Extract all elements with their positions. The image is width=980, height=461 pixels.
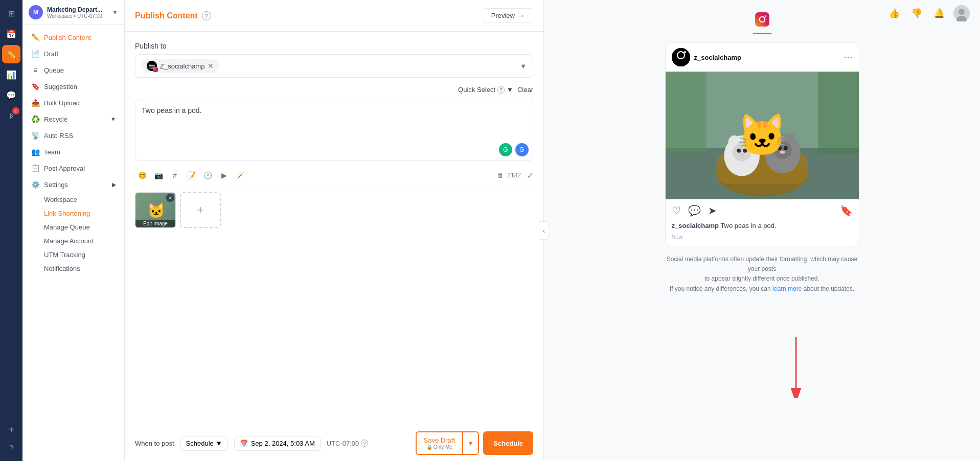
ig-post-time: Now bbox=[666, 234, 859, 246]
recycle-icon: ♻️ bbox=[31, 115, 40, 123]
thumbs-down-icon[interactable]: 👎 bbox=[908, 5, 925, 21]
svg-point-18 bbox=[733, 143, 751, 162]
sidebar-item-team[interactable]: 👥 Team bbox=[22, 144, 124, 160]
image-button[interactable]: 📷 bbox=[151, 168, 166, 182]
sidebar-item-publish-content-label: Publish Content bbox=[44, 34, 91, 41]
sidebar-item-publish-content[interactable]: ✏️ Publish Content bbox=[22, 29, 124, 45]
sidebar-sub-notifications[interactable]: Notifications bbox=[22, 262, 124, 275]
icon-bar-publish[interactable]: ✏️ bbox=[2, 45, 20, 63]
date-picker-button[interactable]: 📅 Sep 2, 2024, 5:03 AM bbox=[234, 436, 321, 451]
timezone-badge[interactable]: UTC-07:00 ? bbox=[327, 440, 369, 447]
sidebar-sub-utm-tracking[interactable]: UTM Tracking bbox=[22, 248, 124, 262]
magic-button[interactable]: 🪄 bbox=[233, 168, 247, 182]
ig-username: z_socialchamp bbox=[694, 54, 742, 61]
preview-panel: z_socialchamp ⋯ bbox=[544, 0, 980, 461]
account-chip: 📷 Z_socialchamp ✕ bbox=[142, 59, 219, 73]
sidebar-item-suggestion[interactable]: 🔖 Suggestion bbox=[22, 78, 124, 95]
edit-image-label[interactable]: Edit Image bbox=[135, 220, 175, 227]
ig-bookmark-icon[interactable]: 🔖 bbox=[840, 204, 853, 217]
char-count: 🗑 2182 bbox=[497, 172, 521, 179]
account-selector[interactable]: 📷 Z_socialchamp ✕ ▼ bbox=[135, 54, 533, 78]
sidebar-sub-link-shortening[interactable]: Link Shortening bbox=[22, 206, 124, 220]
text-editor[interactable]: Two peas in a pod. G G bbox=[135, 100, 533, 161]
ai-icon-blue[interactable]: G bbox=[515, 143, 529, 156]
ig-comment-icon[interactable]: 💬 bbox=[688, 204, 701, 217]
schedule-chevron-icon: ▼ bbox=[216, 440, 222, 447]
sidebar-item-queue[interactable]: ≡ Queue bbox=[22, 62, 124, 78]
hashtag-button[interactable]: # bbox=[168, 168, 182, 182]
sidebar-item-recycle[interactable]: ♻️ Recycle ▼ bbox=[22, 111, 124, 127]
form-title-text: Publish Content bbox=[135, 11, 198, 20]
ig-caption-post-text: Two peas in a pod. bbox=[720, 222, 776, 229]
media-button[interactable]: ▶ bbox=[217, 168, 231, 182]
account-chip-close-icon[interactable]: ✕ bbox=[208, 62, 214, 70]
user-avatar[interactable] bbox=[953, 5, 970, 21]
tab-instagram[interactable] bbox=[753, 8, 771, 34]
save-draft-button[interactable]: Save Draft 🔒 Only Me bbox=[416, 431, 463, 455]
icon-bar-calendar[interactable]: 📅 bbox=[2, 25, 20, 43]
icon-bar-add[interactable]: + bbox=[2, 420, 20, 439]
timezone-help-icon: ? bbox=[361, 440, 368, 447]
collapse-panel-button[interactable]: ‹ bbox=[539, 221, 549, 240]
ig-share-icon[interactable]: ➤ bbox=[708, 204, 717, 217]
ai-icon-green[interactable]: G bbox=[499, 143, 512, 156]
svg-point-28 bbox=[780, 151, 785, 154]
learn-more-link[interactable]: learn more bbox=[772, 285, 802, 292]
svg-point-17 bbox=[743, 135, 756, 151]
clock-button[interactable]: 🕐 bbox=[200, 168, 215, 182]
workspace-header[interactable]: M Marketing Depart... Workspace • UTC-07… bbox=[22, 0, 124, 25]
notice-text-2: to appear slightly different once publis… bbox=[665, 274, 859, 284]
preview-button[interactable]: Preview → bbox=[483, 8, 533, 23]
thumbs-up-icon[interactable]: 👍 bbox=[886, 5, 902, 21]
notification-bell-icon[interactable]: 🔔 bbox=[931, 5, 947, 21]
quick-select-button[interactable]: Quick Select ? ▼ bbox=[458, 86, 513, 94]
schedule-select[interactable]: Schedule ▼ bbox=[180, 436, 228, 451]
when-to-post-label: When to post bbox=[135, 440, 174, 447]
sidebar-item-settings[interactable]: ⚙️ Settings ▶ bbox=[22, 176, 124, 193]
workspace-chevron-down-icon: ▼ bbox=[112, 9, 118, 16]
icon-bar-help[interactable]: ? bbox=[2, 439, 20, 457]
add-media-button[interactable]: + bbox=[180, 192, 221, 228]
ig-post-image bbox=[666, 72, 859, 199]
form-header: Publish Content ? Preview → bbox=[125, 0, 543, 32]
sidebar-item-draft[interactable]: 📄 Draft bbox=[22, 45, 124, 62]
account-selector-chevron-icon: ▼ bbox=[520, 62, 527, 70]
ig-avatar bbox=[672, 48, 690, 66]
lock-icon: 🔒 bbox=[426, 444, 432, 450]
main-area: 👍 👎 🔔 Publish Content ? Preview → bbox=[125, 0, 980, 461]
emoji-button[interactable]: 😊 bbox=[135, 168, 149, 182]
char-count-value: 2182 bbox=[507, 172, 521, 179]
schedule-button[interactable]: Schedule bbox=[483, 431, 533, 455]
sidebar-item-bulk-upload-label: Bulk Upload bbox=[44, 99, 80, 107]
media-remove-icon[interactable]: ✕ bbox=[166, 194, 174, 202]
svg-point-10 bbox=[684, 51, 686, 53]
bulk-upload-icon: 📤 bbox=[31, 99, 40, 107]
icon-bar-analytics[interactable]: 📊 bbox=[2, 65, 20, 84]
media-thumbnail: 🐱 ✕ Edit Image bbox=[135, 192, 176, 228]
trash-icon[interactable]: 🗑 bbox=[497, 172, 504, 179]
date-value: Sep 2, 2024, 5:03 AM bbox=[251, 440, 315, 447]
top-right-actions: 👍 👎 🔔 bbox=[886, 5, 970, 21]
ig-heart-icon[interactable]: ♡ bbox=[672, 204, 681, 217]
icon-bar-home[interactable]: ⊞ bbox=[2, 4, 20, 22]
bottom-bar: When to post Schedule ▼ 📅 Sep 2, 2024, 5… bbox=[125, 425, 543, 461]
sidebar-sub-manage-queue[interactable]: Manage Queue bbox=[22, 220, 124, 234]
sidebar-item-bulk-upload[interactable]: 📤 Bulk Upload bbox=[22, 95, 124, 111]
expand-icon[interactable]: ⤢ bbox=[527, 171, 533, 179]
ig-more-icon[interactable]: ⋯ bbox=[844, 52, 853, 63]
post-text-content: Two peas in a pod. bbox=[142, 106, 527, 114]
form-body: Publish to 📷 Z_socialchamp ✕ ▼ bbox=[125, 32, 543, 425]
icon-bar-beta[interactable]: β ! bbox=[2, 106, 20, 125]
icon-bar-inbox[interactable]: 💬 bbox=[2, 86, 20, 104]
sidebar-item-post-approval[interactable]: 📋 Post Approval bbox=[22, 160, 124, 176]
publish-to-label: Publish to bbox=[135, 42, 533, 50]
workspace-sub: Workspace • UTC-07:00 bbox=[47, 13, 108, 19]
clear-button[interactable]: Clear bbox=[517, 86, 533, 94]
timezone-value: UTC-07:00 bbox=[327, 440, 359, 447]
sidebar-item-auto-rss[interactable]: 📡 Auto RSS bbox=[22, 127, 124, 144]
help-icon[interactable]: ? bbox=[202, 11, 211, 20]
text-format-button[interactable]: 📝 bbox=[184, 168, 198, 182]
sidebar-sub-workspace[interactable]: Workspace bbox=[22, 193, 124, 206]
sidebar-sub-manage-account[interactable]: Manage Account bbox=[22, 234, 124, 248]
save-draft-dropdown-button[interactable]: ▼ bbox=[463, 431, 479, 455]
